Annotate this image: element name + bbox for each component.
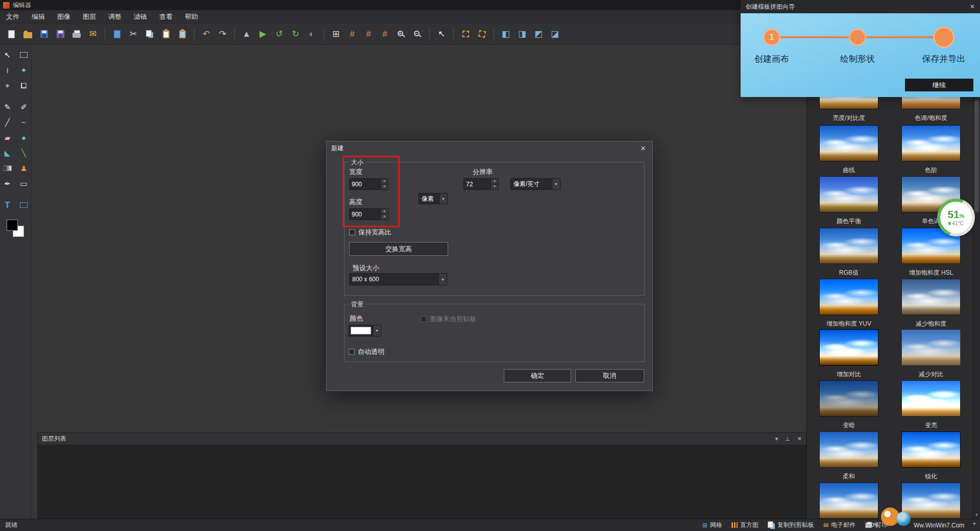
thumbnail-item-15[interactable] [819, 431, 878, 468]
pointer-button[interactable]: ↖ [434, 27, 449, 42]
zoom-in-button[interactable] [394, 27, 409, 42]
close-icon[interactable]: ✕ [639, 144, 648, 152]
resolution-input[interactable] [463, 178, 491, 190]
thumbnail-item-12[interactable] [901, 329, 961, 366]
paste-button[interactable] [158, 27, 174, 42]
thumbnail-item-18[interactable] [901, 482, 961, 519]
wizard-step-3-circle[interactable] [933, 27, 954, 48]
blur-tool[interactable]: ● [17, 131, 31, 144]
thumbnail-item-4[interactable] [901, 125, 961, 161]
menu-image[interactable]: 图像 [51, 10, 77, 23]
layers-panel-header[interactable]: 图层列表 ▾ ⊥ ✕ [38, 433, 806, 445]
crop-tool[interactable] [17, 79, 31, 92]
copy-button[interactable] [142, 27, 157, 42]
status-print[interactable]: 打印 [865, 521, 888, 529]
show-grid-button[interactable]: ⊞ [328, 27, 344, 42]
wizard-step-2-circle[interactable] [849, 29, 866, 46]
brush-tool[interactable]: ✐ [17, 100, 31, 113]
save-button[interactable] [36, 27, 52, 42]
thumbnail-item-13[interactable] [819, 380, 878, 417]
performance-widget[interactable]: 51% 41°C [937, 199, 975, 236]
grid-snap-button[interactable]: # [345, 27, 360, 42]
unit-dropdown[interactable]: 像素 [419, 193, 448, 204]
paste-as-new-button[interactable] [175, 27, 190, 42]
align-top-button[interactable]: ◩ [531, 27, 546, 42]
fill-tool[interactable]: ◣ [1, 146, 14, 159]
print-button[interactable] [69, 27, 84, 42]
rotate-right-button[interactable]: ↻ [288, 27, 303, 42]
move-tool[interactable]: ⌖ [1, 79, 14, 92]
thumbnail-item-11[interactable] [819, 329, 878, 366]
thumbnail-item-5[interactable] [819, 176, 878, 212]
close-icon[interactable]: ✕ [970, 3, 975, 10]
background-color-dropdown[interactable] [349, 325, 381, 336]
email-button[interactable]: ✉ [85, 27, 101, 42]
pencil-tool[interactable]: ✎ [1, 100, 14, 113]
free-rotate-button[interactable]: ◐ [304, 27, 320, 42]
pen-tool[interactable]: ✒ [1, 177, 14, 190]
dialog-titlebar[interactable]: 新建 ✕ [327, 141, 652, 155]
close-icon[interactable]: ✕ [797, 436, 802, 442]
marquee-tool[interactable] [17, 48, 31, 61]
status-copy-to-clipboard[interactable]: 复制到剪贴板 [768, 521, 814, 529]
pin-icon[interactable]: ⊥ [785, 436, 790, 442]
thumbnail-item-16[interactable] [901, 431, 961, 468]
resolution-spin-down-icon[interactable] [491, 184, 498, 189]
scroll-down-icon[interactable] [973, 512, 980, 519]
grid-guides-button[interactable]: # [361, 27, 376, 42]
save-as-button[interactable] [53, 27, 68, 42]
crop-button[interactable] [458, 27, 473, 42]
grid-pixels-button[interactable]: # [377, 27, 393, 42]
cut-button[interactable]: ✂ [126, 27, 141, 42]
gradient-tool[interactable] [1, 161, 14, 175]
preset-size-dropdown[interactable]: 800 x 600 [349, 273, 447, 285]
menu-help[interactable]: 帮助 [179, 10, 204, 23]
resolution-unit-dropdown[interactable]: 像素/英寸 [510, 178, 560, 190]
status-histogram[interactable]: 直方图 [731, 521, 758, 529]
status-email[interactable]: ✉电子邮件 [823, 521, 855, 529]
foreground-color-swatch[interactable] [7, 220, 18, 231]
frame-tool[interactable]: ▭ [17, 177, 31, 190]
collapse-icon[interactable]: ▾ [775, 436, 778, 442]
align-right-button[interactable]: ◨ [514, 27, 530, 42]
rotate-left-button[interactable]: ↺ [272, 27, 287, 42]
open-button[interactable] [20, 27, 35, 42]
align-bottom-button[interactable]: ◪ [547, 27, 562, 42]
zoom-out-button[interactable] [410, 27, 425, 42]
magic-wand-tool[interactable]: ✦ [17, 63, 31, 77]
export-image-button[interactable] [109, 27, 125, 42]
redo-button[interactable]: ↷ [215, 27, 230, 42]
lasso-tool[interactable]: ≀ [1, 63, 14, 77]
menu-file[interactable]: 文件 [0, 10, 26, 23]
crop-to-selection-button[interactable] [474, 27, 489, 42]
scrollbar-thumb[interactable] [974, 100, 979, 212]
thumbnail-item-3[interactable] [819, 125, 878, 161]
flip-vertical-button[interactable]: ▶ [255, 27, 271, 42]
status-grid[interactable]: ⊞网格 [702, 521, 722, 529]
new-button[interactable] [4, 27, 19, 42]
menu-filter[interactable]: 滤镜 [128, 10, 153, 23]
swap-width-height-button[interactable]: 交换宽高 [349, 242, 448, 256]
thumbnail-item-10[interactable] [901, 279, 961, 315]
thumbnail-item-14[interactable] [901, 380, 961, 417]
resolution-spin-up-icon[interactable] [491, 179, 498, 184]
menu-adjust[interactable]: 调整 [102, 10, 128, 23]
thumbnail-item-9[interactable] [819, 279, 878, 315]
eraser-tool[interactable]: ▰ [1, 131, 14, 144]
undo-button[interactable]: ↶ [199, 27, 214, 42]
continue-button[interactable]: 继续 [905, 79, 973, 91]
align-left-button[interactable]: ◧ [498, 27, 513, 42]
curve-tool[interactable]: ~ [17, 115, 31, 129]
menu-layer[interactable]: 图层 [77, 10, 102, 23]
color-picker-tool[interactable]: ╲ [17, 146, 31, 159]
wizard-titlebar[interactable]: 创建模板拼图向导 ✕ [741, 0, 980, 13]
text-tool[interactable]: T [1, 198, 14, 211]
line-tool[interactable]: ╱ [1, 115, 14, 129]
keep-aspect-ratio-checkbox[interactable]: 保持宽高比 [349, 228, 391, 237]
menu-edit[interactable]: 编辑 [26, 10, 51, 23]
flip-horizontal-button[interactable]: ▲ [239, 27, 254, 42]
wizard-step-1-circle[interactable]: 1 [763, 29, 780, 46]
thumbnail-item-7[interactable] [819, 228, 878, 264]
menu-view[interactable]: 查看 [153, 10, 179, 23]
select-tool[interactable]: ↖ [1, 48, 14, 61]
